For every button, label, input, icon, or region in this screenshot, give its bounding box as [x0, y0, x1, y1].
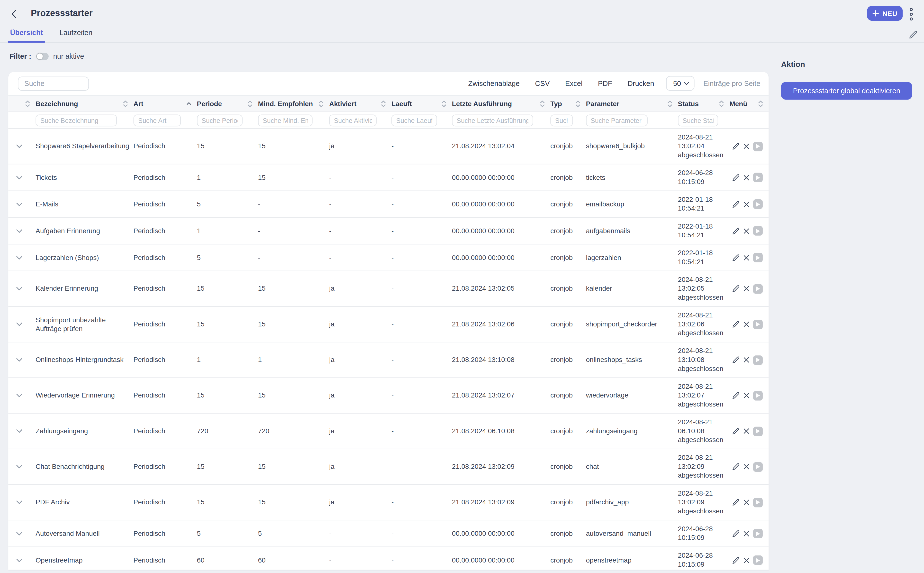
- run-row-button[interactable]: [753, 199, 763, 209]
- column-search-parameter[interactable]: [586, 114, 648, 126]
- expand-row-button[interactable]: [8, 465, 36, 469]
- column-search-letzte[interactable]: [452, 114, 533, 126]
- delete-row-button[interactable]: [743, 392, 749, 399]
- column-search-name[interactable]: [36, 114, 117, 126]
- cell-laeuft: -: [392, 226, 452, 235]
- expand-row-button[interactable]: [8, 144, 36, 148]
- edit-row-button[interactable]: [732, 200, 740, 208]
- expand-row-button[interactable]: [8, 229, 36, 233]
- column-search-mind[interactable]: [258, 114, 312, 126]
- column-search-periode[interactable]: [197, 114, 243, 126]
- delete-row-button[interactable]: [743, 557, 749, 564]
- edit-row-button[interactable]: [732, 227, 740, 235]
- run-row-button[interactable]: [753, 253, 763, 262]
- run-row-button[interactable]: [753, 226, 763, 236]
- delete-row-button[interactable]: [743, 228, 749, 234]
- delete-row-button[interactable]: [743, 463, 749, 470]
- cell-aktiviert: -: [329, 529, 392, 538]
- export-pdf-button[interactable]: PDF: [598, 79, 612, 88]
- run-row-button[interactable]: [753, 391, 763, 400]
- export-excel-button[interactable]: Excel: [565, 79, 583, 88]
- export-csv-button[interactable]: CSV: [535, 79, 549, 88]
- edit-row-button[interactable]: [732, 463, 740, 471]
- column-search-aktiviert[interactable]: [329, 114, 377, 126]
- expand-row-button[interactable]: [8, 358, 36, 362]
- new-button[interactable]: NEU: [867, 6, 902, 21]
- column-header-art[interactable]: Art: [133, 100, 197, 107]
- column-header-menu[interactable]: Menü: [729, 100, 768, 107]
- delete-row-button[interactable]: [743, 143, 749, 149]
- run-row-button[interactable]: [753, 462, 763, 471]
- edit-row-button[interactable]: [732, 285, 740, 293]
- run-row-button[interactable]: [753, 529, 763, 538]
- only-active-toggle[interactable]: [36, 53, 48, 60]
- expand-row-button[interactable]: [8, 429, 36, 433]
- edit-row-button[interactable]: [732, 427, 740, 435]
- cell-periode: 15: [197, 142, 258, 151]
- column-header-aktiviert[interactable]: Aktiviert: [329, 100, 392, 107]
- delete-row-button[interactable]: [743, 428, 749, 435]
- column-search-laeuft[interactable]: [392, 114, 437, 126]
- run-row-button[interactable]: [753, 284, 763, 293]
- run-row-button[interactable]: [753, 355, 763, 365]
- edit-row-button[interactable]: [732, 391, 740, 399]
- edit-row-button[interactable]: [732, 254, 740, 261]
- expand-row-button[interactable]: [8, 531, 36, 535]
- edit-row-button[interactable]: [732, 530, 740, 537]
- column-header-mind[interactable]: Mind. Empfohlen: [258, 100, 329, 107]
- status-line: 13:02:04: [678, 142, 724, 151]
- export-drucken-button[interactable]: Drucken: [628, 79, 654, 88]
- column-header-parameter[interactable]: Parameter: [586, 100, 678, 107]
- run-row-button[interactable]: [753, 319, 763, 329]
- cell-periode: 15: [197, 320, 258, 329]
- status-line: 2024-08-21: [678, 133, 724, 142]
- edit-row-button[interactable]: [732, 556, 740, 564]
- expand-row-button[interactable]: [8, 255, 36, 260]
- column-search-status[interactable]: [678, 114, 718, 126]
- column-header-letzte[interactable]: Letzte Ausführung: [452, 100, 551, 107]
- expand-row-button[interactable]: [8, 558, 36, 562]
- page-size-select[interactable]: 50: [666, 76, 695, 91]
- run-row-button[interactable]: [753, 426, 763, 436]
- column-header-periode[interactable]: Periode: [197, 100, 258, 107]
- global-deactivate-button[interactable]: Prozessstarter global deaktivieren: [781, 82, 912, 100]
- cell-name: Openstreetmap: [36, 556, 133, 565]
- run-row-button[interactable]: [753, 141, 763, 151]
- column-header-name[interactable]: Bezeichnung: [36, 100, 133, 107]
- column-header-expand[interactable]: [8, 100, 36, 107]
- back-button[interactable]: [11, 9, 21, 19]
- edit-row-button[interactable]: [732, 142, 740, 150]
- export-zwischenablage-button[interactable]: Zwischenablage: [468, 79, 520, 88]
- expand-row-button[interactable]: [8, 393, 36, 398]
- delete-row-button[interactable]: [743, 499, 749, 506]
- delete-row-button[interactable]: [743, 201, 749, 207]
- delete-row-button[interactable]: [743, 357, 749, 363]
- column-header-status[interactable]: Status: [678, 100, 729, 107]
- edit-row-button[interactable]: [732, 174, 740, 182]
- delete-row-button[interactable]: [743, 285, 749, 292]
- column-header-typ[interactable]: Typ: [550, 100, 586, 107]
- edit-row-button[interactable]: [732, 320, 740, 328]
- tab-laufzeiten[interactable]: Laufzeiten: [59, 28, 92, 42]
- run-row-button[interactable]: [753, 172, 763, 182]
- edit-view-button[interactable]: [909, 30, 918, 39]
- kebab-menu-button[interactable]: [907, 8, 915, 21]
- delete-row-button[interactable]: [743, 530, 749, 537]
- column-search-art[interactable]: [133, 114, 181, 126]
- edit-row-button[interactable]: [732, 356, 740, 364]
- column-header-laeuft[interactable]: Laeuft: [392, 100, 452, 107]
- expand-row-button[interactable]: [8, 175, 36, 179]
- expand-row-button[interactable]: [8, 322, 36, 326]
- delete-row-button[interactable]: [743, 321, 749, 328]
- expand-row-button[interactable]: [8, 202, 36, 206]
- expand-row-button[interactable]: [8, 500, 36, 504]
- edit-row-button[interactable]: [732, 498, 740, 506]
- expand-row-button[interactable]: [8, 286, 36, 291]
- search-input[interactable]: [18, 76, 89, 91]
- delete-row-button[interactable]: [743, 174, 749, 181]
- column-search-typ[interactable]: [550, 114, 573, 126]
- tab-übersicht[interactable]: Übersicht: [10, 28, 43, 42]
- delete-row-button[interactable]: [743, 254, 749, 261]
- run-row-button[interactable]: [753, 498, 763, 507]
- run-row-button[interactable]: [753, 556, 763, 565]
